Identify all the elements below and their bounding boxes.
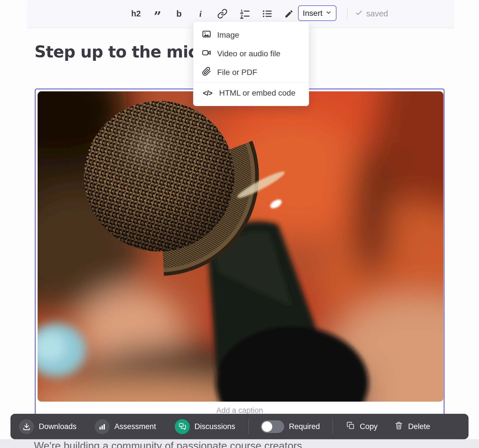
insert-menu-item-label: Video or audio file: [217, 49, 281, 58]
ordered-list-button[interactable]: 12: [239, 8, 250, 19]
insert-menu: Image Video or audio file File or PDF </…: [193, 21, 309, 106]
downloads-label: Downloads: [39, 422, 77, 431]
svg-text:2: 2: [241, 14, 243, 18]
image-icon: [202, 29, 211, 41]
downloads-button[interactable]: Downloads: [19, 419, 77, 434]
save-status: saved: [355, 0, 388, 27]
discussions-label: Discussions: [195, 422, 235, 431]
check-icon: [355, 9, 363, 19]
trash-icon: [394, 421, 403, 432]
microphone-photo: [38, 91, 443, 402]
discussions-chat-icon: [175, 419, 190, 434]
blockbar-divider: [333, 419, 333, 434]
assessment-button[interactable]: Assessment: [95, 419, 156, 434]
save-status-label: saved: [366, 9, 388, 18]
required-toggle[interactable]: [261, 420, 284, 433]
toolbar-divider: [347, 7, 348, 20]
delete-label: Delete: [408, 422, 430, 431]
block-toolbar: Downloads Assessment Discussions Require…: [10, 414, 469, 439]
lesson-editor: h2 ” b i 12 Insert saved: [0, 0, 479, 448]
pencil-icon: [284, 9, 294, 19]
lesson-paragraph[interactable]: We're building a community of passionate…: [34, 440, 302, 448]
ordered-list-icon: 12: [239, 8, 250, 19]
blockbar-divider: [248, 419, 249, 434]
insert-menu-item-image[interactable]: Image: [193, 26, 309, 44]
download-icon: [19, 419, 34, 434]
code-icon: </>: [202, 89, 213, 97]
insert-button-label: Insert: [303, 9, 322, 18]
link-icon: [217, 8, 228, 19]
highlight-button[interactable]: [284, 9, 294, 19]
delete-button[interactable]: Delete: [394, 421, 430, 432]
insert-button[interactable]: Insert: [298, 5, 336, 21]
toggle-knob: [262, 421, 272, 432]
insert-menu-item-label: Image: [217, 31, 239, 40]
insert-menu-item-label: HTML or embed code: [219, 89, 295, 98]
insert-menu-item-embed[interactable]: </> HTML or embed code: [193, 84, 309, 102]
italic-button[interactable]: i: [196, 9, 205, 19]
link-button[interactable]: [217, 8, 228, 19]
bullet-list-icon: [262, 8, 272, 19]
bold-button[interactable]: b: [174, 9, 184, 19]
video-icon: [202, 48, 211, 59]
discussions-button[interactable]: Discussions: [175, 419, 235, 434]
copy-icon: [346, 421, 355, 432]
required-label: Required: [289, 422, 320, 431]
insert-menu-item-video[interactable]: Video or audio file: [193, 44, 309, 63]
paperclip-icon: [202, 67, 211, 78]
bullet-list-button[interactable]: [262, 8, 272, 19]
insert-menu-item-label: File or PDF: [217, 68, 257, 77]
bar-chart-icon: [95, 419, 110, 434]
menu-separator: [193, 83, 309, 83]
assessment-label: Assessment: [115, 422, 156, 431]
chevron-down-icon: [325, 9, 332, 18]
image-block-selected[interactable]: Add a caption: [35, 89, 445, 425]
insert-menu-item-file[interactable]: File or PDF: [193, 63, 309, 82]
required-toggle-group: Required: [261, 420, 320, 433]
copy-button[interactable]: Copy: [346, 421, 377, 432]
lesson-title[interactable]: Step up to the mic...: [34, 42, 215, 61]
copy-label: Copy: [360, 422, 377, 431]
svg-text:1: 1: [241, 9, 243, 13]
heading2-button[interactable]: h2: [131, 9, 141, 18]
